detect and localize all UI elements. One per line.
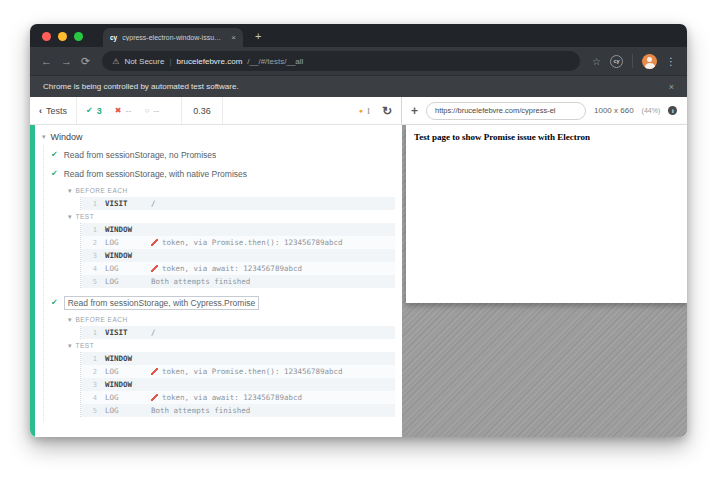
pin-icon — [151, 394, 158, 401]
browser-tab[interactable]: cy cypress-electron-window-issu… × — [103, 28, 243, 47]
tab-title: cypress-electron-window-issu… — [122, 34, 226, 41]
tab-favicon: cy — [110, 34, 117, 41]
test-section-header[interactable]: ▾TEST — [64, 210, 397, 223]
test-passed-check-icon: ✔ — [51, 151, 58, 159]
bookmark-star-icon[interactable]: ☆ — [592, 56, 601, 67]
run-duration: 0.36 — [191, 106, 213, 116]
cypress-extension-icon[interactable]: cy — [610, 55, 623, 68]
test-body: ▾BEFORE EACH1VISIT/▾TEST1WINDOW2LOGtoken… — [64, 183, 397, 293]
pending-count: -- — [153, 106, 159, 116]
browser-menu-icon[interactable]: ⋮ — [666, 56, 676, 67]
command-row[interactable]: 3WINDOW — [81, 249, 395, 262]
not-secure-warning-icon: ⚠ — [112, 57, 119, 66]
command-row[interactable]: 2LOGtoken, via Promise.then(): 123456789… — [81, 236, 395, 249]
command-name: WINDOW — [105, 225, 151, 234]
command-number: 2 — [81, 368, 97, 376]
cypress-runner: ‹ Tests ✔ 3 ✖ -- ○ -- — [30, 97, 687, 437]
command-message-text: / — [151, 328, 156, 337]
failed-stat: ✖ -- — [115, 106, 132, 116]
command-name: LOG — [105, 238, 151, 247]
test-commands: 1WINDOW2LOGtoken, via Promise.then(): 12… — [80, 223, 395, 288]
suite-title: Window — [51, 132, 83, 142]
banner-close-icon[interactable]: × — [669, 82, 674, 92]
command-number: 1 — [81, 200, 97, 208]
command-message: token, via await: 123456789abcd — [151, 393, 391, 402]
traffic-lights — [42, 32, 83, 41]
command-row[interactable]: 1WINDOW — [81, 352, 395, 365]
test-title[interactable]: Read from sessionStorage, with Cypress.P… — [64, 296, 260, 310]
test-passed-check-icon: ✔ — [51, 299, 58, 307]
zoom-window-button[interactable] — [74, 32, 83, 41]
command-message: Both attempts finished — [151, 406, 391, 415]
new-tab-button[interactable]: + — [255, 30, 261, 42]
caret-down-icon[interactable]: ▾ — [68, 342, 72, 349]
address-bar[interactable]: ⚠ Not Secure | brucelefebvre.com /__/#/t… — [102, 51, 580, 71]
command-name: LOG — [105, 406, 151, 415]
command-row[interactable]: 1VISIT/ — [81, 197, 395, 210]
test-body: ▾BEFORE EACH1VISIT/▾TEST1WINDOW2LOGtoken… — [64, 312, 397, 422]
command-row[interactable]: 4LOGtoken, via await: 123456789abcd — [81, 391, 395, 404]
command-message-text: / — [151, 199, 156, 208]
failed-count: -- — [125, 106, 131, 116]
command-number: 3 — [81, 381, 97, 389]
minimize-window-button[interactable] — [58, 32, 67, 41]
reporter-header: ‹ Tests ✔ 3 ✖ -- ○ -- — [30, 97, 402, 124]
status-dot-icon: ● — [359, 107, 363, 114]
command-name: LOG — [105, 367, 151, 376]
forward-icon[interactable]: → — [61, 56, 72, 67]
test-row[interactable]: ✔Read from sessionStorage, no Promises — [44, 145, 397, 164]
command-row[interactable]: 1WINDOW — [81, 223, 395, 236]
back-to-tests-button[interactable]: ‹ Tests — [39, 106, 67, 116]
aut-url-field[interactable]: https://brucelefebvre.com/cypress-el — [426, 102, 586, 120]
selector-playground-icon[interactable]: + — [411, 105, 418, 117]
browser-window: cy cypress-electron-window-issu… × + ← →… — [30, 24, 687, 437]
before-each-section-header[interactable]: ▾BEFORE EACH — [64, 313, 397, 326]
desktop-background: cy cypress-electron-window-issu… × + ← →… — [0, 0, 715, 480]
command-row[interactable]: 4LOGtoken, via await: 123456789abcd — [81, 262, 395, 275]
aut-iframe[interactable]: Test page to show Promise issue with Ele… — [406, 125, 687, 303]
viewport-info-icon[interactable]: i — [668, 106, 677, 115]
caret-down-icon[interactable]: ▾ — [68, 213, 72, 220]
tab-close-icon[interactable]: × — [231, 33, 236, 42]
test-section-header[interactable]: ▾TEST — [64, 339, 397, 352]
command-name: WINDOW — [105, 354, 151, 363]
before-each-section-header[interactable]: ▾BEFORE EACH — [64, 184, 397, 197]
before-each-commands: 1VISIT/ — [80, 326, 395, 339]
viewport-scale-label: (44%) — [642, 107, 661, 114]
command-message-text: token, via await: 123456789abcd — [162, 264, 302, 273]
profile-avatar[interactable] — [642, 54, 657, 69]
command-name: WINDOW — [105, 251, 151, 260]
reload-icon[interactable]: ⟳ — [81, 56, 90, 67]
test-title[interactable]: Read from sessionStorage, with native Pr… — [64, 169, 247, 179]
command-message-text: Both attempts finished — [151, 406, 250, 415]
test-title[interactable]: Read from sessionStorage, no Promises — [64, 150, 217, 160]
command-name: WINDOW — [105, 380, 151, 389]
passed-count: 3 — [97, 106, 102, 116]
command-row[interactable]: 1VISIT/ — [81, 326, 395, 339]
command-row[interactable]: 3WINDOW — [81, 378, 395, 391]
command-number: 2 — [81, 239, 97, 247]
command-name: LOG — [105, 264, 151, 273]
command-row[interactable]: 5LOGBoth attempts finished — [81, 275, 395, 288]
restart-tests-icon[interactable]: ↻ — [382, 104, 392, 118]
close-window-button[interactable] — [42, 32, 51, 41]
command-row[interactable]: 5LOGBoth attempts finished — [81, 404, 395, 417]
url-domain: brucelefebvre.com — [177, 57, 243, 66]
pin-icon — [151, 265, 158, 272]
runner-toolbar: ‹ Tests ✔ 3 ✖ -- ○ -- — [30, 97, 687, 125]
caret-down-icon[interactable]: ▾ — [68, 187, 72, 194]
command-number: 5 — [81, 407, 97, 415]
test-row[interactable]: ✔Read from sessionStorage, with native P… — [44, 164, 397, 183]
header-divider — [76, 97, 77, 124]
test-section-label: TEST — [76, 342, 95, 349]
back-icon[interactable]: ← — [41, 56, 52, 67]
header-divider — [222, 97, 223, 124]
test-row[interactable]: ✔Read from sessionStorage, with Cypress.… — [44, 293, 397, 312]
caret-down-icon[interactable]: ▾ — [68, 316, 72, 323]
command-message-text: token, via Promise.then(): 123456789abcd — [162, 367, 343, 376]
command-row[interactable]: 2LOGtoken, via Promise.then(): 123456789… — [81, 365, 395, 378]
suite-row[interactable]: ▾Window — [36, 128, 397, 145]
omnibox-separator: | — [169, 57, 171, 66]
reporter-panel: ▾Window✔Read from sessionStorage, no Pro… — [30, 125, 402, 437]
caret-down-icon[interactable]: ▾ — [42, 133, 46, 140]
